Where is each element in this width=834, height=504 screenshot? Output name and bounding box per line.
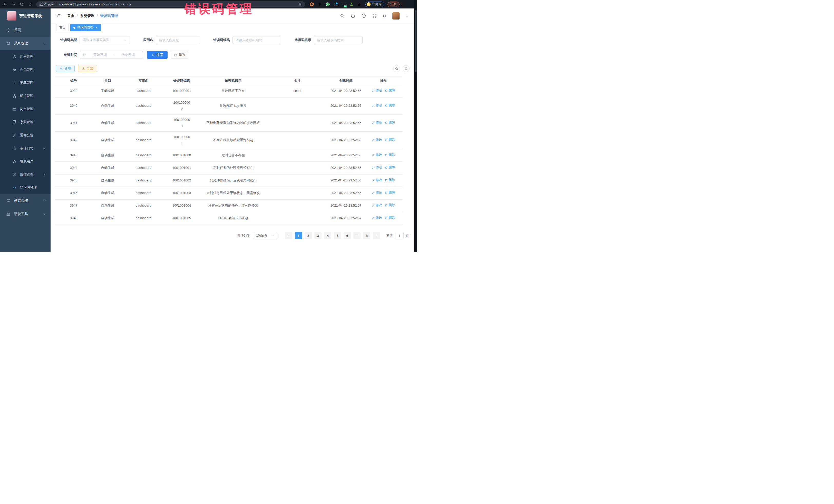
edit-link[interactable]: 修改 — [372, 88, 382, 94]
menu-fold-icon[interactable] — [56, 13, 61, 18]
github-icon[interactable] — [351, 13, 355, 18]
reload-icon[interactable] — [20, 2, 24, 6]
extension-green-circle-icon[interactable] — [325, 2, 330, 7]
page-button-1[interactable]: 1 — [295, 232, 302, 239]
edit-link[interactable]: 修改 — [372, 137, 382, 143]
update-button[interactable]: 更新 — [388, 2, 399, 7]
address-bar[interactable]: 不安全 dashboard.yudao.iocoder.cn/system/er… — [36, 1, 305, 7]
extension-orange-ring-icon[interactable] — [309, 2, 314, 7]
delete-link[interactable]: 删除 — [385, 119, 395, 126]
edit-link[interactable]: 修改 — [372, 202, 382, 209]
page-button-4[interactable]: 4 — [324, 232, 331, 239]
delete-link[interactable]: 删除 — [385, 190, 395, 196]
sidebar-item-infrastructure[interactable]: 基础设施 — [0, 194, 50, 207]
browser-scrollbar[interactable] — [414, 0, 417, 252]
page-button-2[interactable]: 2 — [305, 232, 312, 239]
sidebar-item-post-management[interactable]: 岗位管理 — [0, 103, 50, 115]
extension-tabs-list-icon[interactable]: on — [341, 2, 346, 7]
user-avatar[interactable] — [392, 12, 399, 20]
page-button-8[interactable]: 8 — [363, 232, 370, 239]
sidebar-item-user-management[interactable]: 用户管理 — [0, 50, 50, 63]
edit-link[interactable]: 修改 — [372, 103, 382, 109]
sidebar-item-devtools[interactable]: 研发工具 — [0, 207, 50, 221]
delete-icon — [385, 204, 388, 207]
error-code-field[interactable] — [233, 36, 281, 44]
edit-link[interactable]: 修改 — [372, 119, 382, 126]
security-chip[interactable]: 不安全 — [39, 2, 54, 6]
edit-link[interactable]: 修改 — [372, 190, 382, 196]
sidebar-item-home[interactable]: 首页 — [0, 23, 50, 37]
cell-code: 1001001000 — [164, 149, 199, 162]
more-pages-button[interactable]: ··· — [353, 232, 360, 239]
export-button[interactable]: 导出 — [78, 65, 97, 72]
sidebar-item-department-management[interactable]: 部门管理 — [0, 89, 50, 103]
page-button-6[interactable]: 6 — [344, 232, 351, 239]
sidebar-item-audit-log[interactable]: 审计日志 — [0, 141, 50, 155]
refresh-table-icon[interactable] — [403, 65, 410, 72]
app-name-input[interactable] — [159, 38, 197, 42]
browser-menu-icon[interactable] — [402, 3, 402, 6]
page-button-3[interactable]: 3 — [314, 232, 322, 239]
delete-link[interactable]: 删除 — [385, 165, 395, 171]
extension-grid-icon[interactable] — [333, 2, 338, 7]
error-type-select[interactable]: 请选择错误码类型 — [80, 36, 130, 44]
extension-blue-gem-icon[interactable] — [317, 2, 322, 7]
sidebar-item-role-management[interactable]: 角色管理 — [0, 63, 50, 76]
edit-link[interactable]: 修改 — [372, 177, 382, 183]
error-msg-label: 错误码提示 — [294, 38, 311, 42]
edit-link[interactable]: 修改 — [372, 152, 382, 158]
delete-link[interactable]: 删除 — [385, 88, 395, 94]
page-button-5[interactable]: 5 — [334, 232, 341, 239]
toggle-search-icon[interactable] — [393, 65, 400, 72]
goto-page-input[interactable] — [395, 232, 404, 239]
prev-page-button[interactable] — [285, 232, 292, 239]
next-page-button[interactable] — [373, 232, 380, 239]
sidebar-item-sms-management[interactable]: 短信管理 — [0, 168, 50, 181]
sidebar-item-announcement[interactable]: 通知公告 — [0, 129, 50, 141]
profile-paused-pill[interactable]: 已暂停 — [366, 2, 384, 7]
close-icon[interactable] — [95, 26, 98, 29]
back-icon[interactable] — [3, 2, 7, 6]
date-range-picker[interactable]: 开始日期 - 结束日期 — [80, 51, 143, 59]
sidebar-item-menu-management[interactable]: 菜单管理 — [0, 76, 50, 89]
sidebar-item-error-code-management[interactable]: 错误码管理 — [0, 181, 50, 194]
tab-error-code[interactable]: 错误码管理 — [70, 24, 101, 31]
tab-home[interactable]: 首页 — [56, 24, 69, 31]
app-name-field[interactable] — [156, 36, 200, 44]
delete-link[interactable]: 删除 — [385, 152, 395, 158]
sidebar-item-online-users[interactable]: 在线用户 — [0, 155, 50, 168]
error-code-input[interactable] — [236, 38, 278, 42]
font-size-icon[interactable]: tT — [383, 14, 387, 18]
fullscreen-icon[interactable] — [372, 13, 377, 18]
add-button[interactable]: 新增 — [56, 65, 75, 72]
forward-icon[interactable] — [11, 2, 16, 6]
search-icon[interactable] — [340, 13, 345, 18]
scrollbar-thumb[interactable] — [415, 10, 416, 72]
edit-link[interactable]: 修改 — [372, 165, 382, 171]
home-icon[interactable] — [28, 2, 32, 6]
on-badge: on — [344, 5, 347, 7]
caret-down-icon[interactable] — [405, 14, 409, 18]
extension-puzzle-icon[interactable] — [357, 2, 362, 7]
sidebar-item-label: 在线用户 — [20, 159, 34, 164]
breadcrumb-home[interactable]: 首页 — [67, 14, 74, 18]
app-logo[interactable]: 芋道管理系统 — [0, 8, 50, 23]
delete-link[interactable]: 删除 — [385, 103, 395, 109]
delete-link[interactable]: 删除 — [385, 177, 395, 183]
search-button[interactable]: 搜索 — [147, 51, 168, 59]
table-row: 3946 自动生成 dashboard 1001001003 定时任务已经处于该… — [55, 187, 403, 199]
bookmark-star-icon[interactable] — [298, 2, 302, 6]
sidebar-item-dictionary-management[interactable]: 字典管理 — [0, 115, 50, 129]
error-msg-input[interactable] — [317, 38, 359, 42]
delete-link[interactable]: 删除 — [385, 202, 395, 209]
delete-link[interactable]: 删除 — [385, 137, 395, 143]
reset-button[interactable]: 重置 — [171, 51, 188, 59]
error-msg-field[interactable] — [314, 36, 363, 44]
delete-link[interactable]: 删除 — [385, 215, 395, 221]
page-size-select[interactable]: 10条/页 — [253, 232, 278, 239]
help-icon[interactable] — [361, 13, 366, 18]
breadcrumb-system[interactable]: 系统管理 — [80, 14, 94, 18]
edit-link[interactable]: 修改 — [372, 215, 382, 221]
extension-green-figure-icon[interactable] — [349, 2, 354, 7]
sidebar-item-system-management[interactable]: 系统管理 — [0, 37, 50, 50]
